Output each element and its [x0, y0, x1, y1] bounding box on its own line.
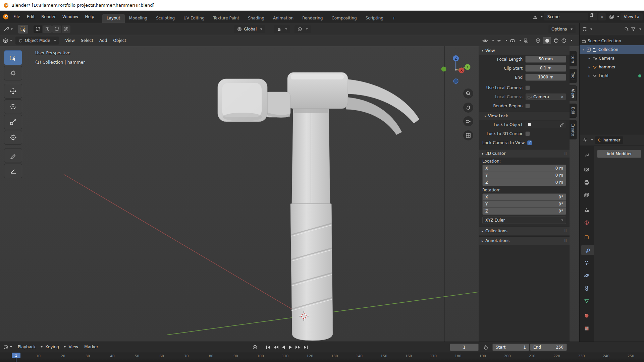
- playhead[interactable]: 1: [12, 353, 20, 358]
- new-scene-button[interactable]: [590, 13, 597, 20]
- select-mode-invert-button[interactable]: [62, 25, 70, 33]
- overlays-icon[interactable]: [510, 39, 515, 43]
- disclosure-triangle-icon[interactable]: ▸: [588, 65, 591, 69]
- disclosure-triangle-icon[interactable]: ▾: [582, 48, 585, 51]
- zoom-button[interactable]: [463, 88, 473, 99]
- properties-tab-render[interactable]: [580, 165, 594, 175]
- camera-view-button[interactable]: [463, 116, 473, 126]
- properties-tab-output[interactable]: [580, 177, 594, 187]
- outliner-row-camera[interactable]: ▸ Camera: [580, 54, 644, 63]
- properties-tab-object[interactable]: [580, 232, 594, 242]
- use-local-camera-checkbox[interactable]: [525, 85, 530, 90]
- properties-tab-texture[interactable]: [580, 323, 594, 334]
- workspace-tab-sculpting[interactable]: Sculpting: [152, 14, 179, 23]
- navigation-gizmo[interactable]: Z Y X: [441, 55, 471, 85]
- xray-toggle-icon[interactable]: [524, 38, 529, 43]
- panel-header-annotations[interactable]: ▸ Annotations ⠿: [479, 236, 570, 245]
- sidebar-tab-view[interactable]: View: [570, 85, 577, 101]
- menu-help[interactable]: Help: [82, 14, 97, 19]
- viewport-canvas[interactable]: User Perspective (1) Collection | hammer…: [0, 46, 579, 342]
- properties-tab-particles[interactable]: [580, 258, 594, 268]
- workspace-tab-animation[interactable]: Animation: [269, 14, 298, 23]
- panel-header-view-lock[interactable]: ▾ View Lock: [479, 112, 570, 120]
- properties-tab-world[interactable]: [580, 218, 594, 228]
- transform-orientation-dropdown[interactable]: Global: [234, 25, 265, 33]
- tool-scale-button[interactable]: [4, 115, 22, 129]
- timeline-menu-keying[interactable]: Keying: [43, 345, 62, 349]
- tool-cursor-button[interactable]: [4, 66, 22, 80]
- tool-move-button[interactable]: [4, 84, 22, 99]
- tool-rotate-button[interactable]: [4, 99, 22, 114]
- properties-tab-scene[interactable]: [580, 205, 594, 215]
- toggle-ortho-button[interactable]: [463, 130, 473, 140]
- search-icon[interactable]: [624, 27, 629, 32]
- workspace-tab-texture-paint[interactable]: Texture Paint: [209, 14, 244, 23]
- current-frame-field[interactable]: 1: [450, 344, 479, 351]
- panel-drag-handle-icon[interactable]: ⠿: [564, 152, 567, 156]
- viewport-menu-view[interactable]: View: [62, 38, 78, 43]
- local-camera-field[interactable]: Camera ×: [525, 93, 566, 100]
- panel-header-collections[interactable]: ▸ Collections ⠿: [479, 227, 570, 235]
- workspace-tab-uv-editing[interactable]: UV Editing: [179, 14, 209, 23]
- tool-select-box-button[interactable]: [4, 50, 22, 65]
- disclosure-triangle-icon[interactable]: ▸: [588, 57, 591, 60]
- workspace-tab-scripting[interactable]: Scripting: [361, 14, 388, 23]
- gizmos-icon[interactable]: [496, 38, 501, 43]
- properties-tab-modifiers[interactable]: [581, 245, 594, 255]
- eyedropper-icon[interactable]: [559, 122, 564, 127]
- workspace-tab-shading[interactable]: Shading: [244, 14, 269, 23]
- playback-sync-button[interactable]: [482, 344, 489, 351]
- timeline-menu-playback[interactable]: Playback: [15, 345, 39, 349]
- shading-solid-button[interactable]: [543, 37, 551, 44]
- select-mode-subtract-button[interactable]: [52, 25, 61, 33]
- rotation-order-dropdown[interactable]: XYZ Euler: [482, 217, 566, 224]
- properties-tab-view-layer[interactable]: [580, 190, 594, 200]
- viewport-menu-add[interactable]: Add: [96, 38, 110, 43]
- mode-dropdown[interactable]: Object Mode: [15, 37, 59, 45]
- timeline-editor-icon[interactable]: [3, 345, 8, 350]
- outliner-row-scene-collection[interactable]: Scene Collection: [580, 37, 644, 45]
- active-tool-editor-icon[interactable]: [3, 26, 9, 32]
- panel-drag-handle-icon[interactable]: ⠿: [564, 239, 567, 243]
- filter-icon[interactable]: [631, 27, 636, 32]
- properties-editor-caret[interactable]: [591, 139, 593, 141]
- snap-toggle[interactable]: [274, 25, 290, 33]
- workspace-tab-modeling[interactable]: Modeling: [125, 14, 152, 23]
- cursor-rotation-y-field[interactable]: Y0°: [482, 200, 566, 208]
- timeline-menu-marker[interactable]: Marker: [81, 345, 101, 349]
- shading-wireframe-icon[interactable]: [535, 38, 541, 43]
- properties-tab-object-data[interactable]: [580, 296, 594, 306]
- select-mode-new-button[interactable]: [34, 25, 42, 33]
- outliner-row-light[interactable]: ▸ Light: [580, 71, 644, 80]
- outliner-row-hammer[interactable]: ▸ hammer: [580, 63, 644, 71]
- workspace-tab-layout[interactable]: Layout: [102, 14, 125, 23]
- properties-tab-constraints[interactable]: [580, 283, 594, 293]
- viewport-menu-object[interactable]: Object: [110, 38, 129, 43]
- outliner-row-collection[interactable]: ▾ Collection: [580, 45, 644, 54]
- outliner-editor-caret[interactable]: [590, 28, 592, 30]
- tool-annotate-button[interactable]: [4, 148, 22, 163]
- scene-dropdown-caret[interactable]: [541, 16, 543, 17]
- cursor-rotation-z-field[interactable]: Z0°: [482, 207, 566, 215]
- workspace-tab-rendering[interactable]: Rendering: [298, 14, 327, 23]
- view-layer-dropdown-caret[interactable]: [617, 16, 619, 17]
- previous-keyframe-icon[interactable]: [273, 345, 279, 350]
- menu-render[interactable]: Render: [38, 14, 59, 19]
- panel-header-view[interactable]: ▾ View ⠿: [479, 46, 570, 55]
- options-dropdown[interactable]: Options: [548, 25, 576, 33]
- menu-file[interactable]: File: [10, 14, 23, 19]
- panel-drag-handle-icon[interactable]: ⠿: [564, 229, 567, 233]
- collection-checkbox[interactable]: [587, 48, 591, 52]
- jump-to-start-icon[interactable]: [266, 345, 271, 350]
- menu-window[interactable]: Window: [59, 14, 82, 19]
- timeline-ruler[interactable]: 1 11020304050607080901001101201301401501…: [0, 352, 644, 362]
- viewport-editor-icon[interactable]: [3, 38, 8, 44]
- cursor-rotation-x-field[interactable]: X0°: [482, 193, 566, 201]
- filter-caret[interactable]: [639, 28, 641, 30]
- play-icon[interactable]: [288, 345, 293, 350]
- visibility-eye-icon[interactable]: [482, 39, 488, 43]
- jump-to-end-icon[interactable]: [303, 345, 308, 350]
- cursor-location-z-field[interactable]: Z0 m: [482, 179, 566, 186]
- add-workspace-button[interactable]: +: [388, 14, 400, 23]
- frame-start-field[interactable]: Start1: [492, 344, 529, 351]
